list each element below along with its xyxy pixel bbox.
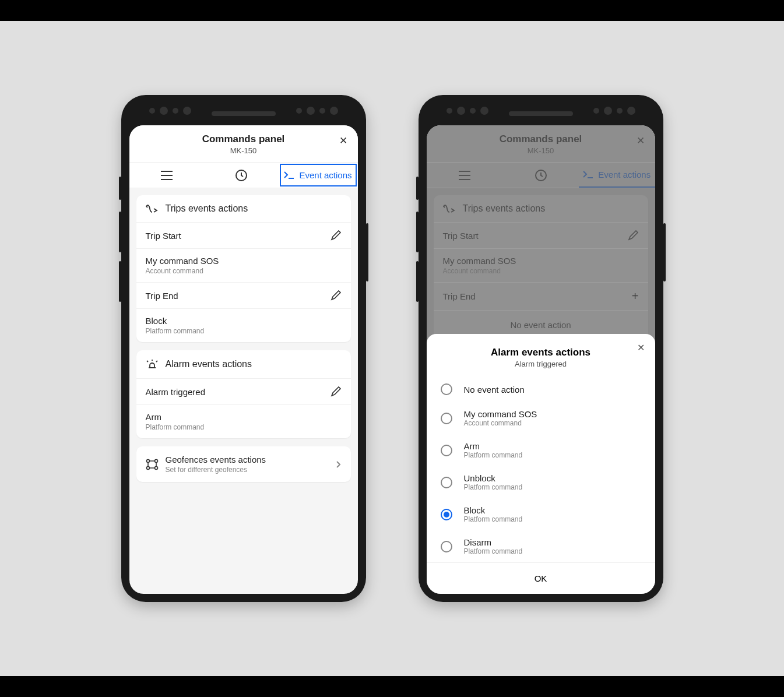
modal-close-icon[interactable]: ✕	[637, 342, 645, 353]
list-icon	[161, 171, 173, 180]
row-my-command-sos[interactable]: My command SOSAccount command	[136, 248, 351, 282]
radio-icon	[441, 509, 452, 520]
clock-icon	[235, 169, 248, 182]
card-alarm: Alarm events actions Alarm triggered Arm…	[136, 350, 351, 438]
phone-left: Commands panel MK-150 ✕ Event actions	[121, 95, 366, 602]
row-alarm-triggered[interactable]: Alarm triggered	[136, 378, 351, 404]
radio-icon	[441, 541, 452, 552]
alarm-icon	[146, 358, 159, 370]
option-label: No event action	[464, 385, 525, 395]
geofence-icon	[146, 459, 159, 470]
radio-icon	[441, 445, 452, 456]
option-sublabel: Platform command	[464, 451, 523, 459]
edit-icon[interactable]	[330, 230, 342, 241]
svg-point-3	[146, 466, 149, 469]
option-sublabel: Platform command	[464, 547, 523, 555]
option-label: Unblock	[464, 473, 523, 483]
ok-button[interactable]: OK	[427, 562, 655, 594]
option-block[interactable]: BlockPlatform command	[427, 498, 655, 530]
card-trips-title: Trips events actions	[166, 203, 248, 214]
tab-event-actions-label: Event actions	[299, 170, 351, 180]
row-trip-start[interactable]: Trip Start	[136, 222, 351, 248]
edit-icon[interactable]	[330, 290, 342, 301]
option-label: Block	[464, 505, 523, 515]
card-alarm-title: Alarm events actions	[166, 359, 252, 369]
radio-icon	[441, 413, 452, 424]
tab-list[interactable]	[129, 163, 204, 188]
card-geofences[interactable]: Geofences events actions Set for differe…	[136, 446, 351, 482]
edit-icon[interactable]	[330, 386, 342, 397]
option-sublabel: Account command	[464, 419, 537, 427]
option-my-command-sos[interactable]: My command SOSAccount command	[427, 402, 655, 434]
card-geofences-title: Geofences events actions	[166, 455, 266, 464]
radio-icon	[441, 477, 452, 488]
row-arm[interactable]: ArmPlatform command	[136, 404, 351, 438]
panel-subtitle: MK-150	[129, 146, 358, 162]
option-arm[interactable]: ArmPlatform command	[427, 434, 655, 466]
panel-title: Commands panel	[129, 125, 358, 146]
terminal-icon	[284, 171, 294, 179]
option-label: Disarm	[464, 537, 523, 547]
modal-subtitle: Alarm triggered	[427, 360, 655, 376]
close-icon[interactable]: ✕	[339, 135, 347, 147]
option-label: My command SOS	[464, 409, 537, 419]
svg-point-1	[146, 459, 149, 462]
row-block[interactable]: BlockPlatform command	[136, 308, 351, 342]
modal-title: Alarm events actions	[427, 343, 655, 360]
modal-alarm-actions: ✕ Alarm events actions Alarm triggered N…	[427, 334, 655, 594]
tab-event-actions[interactable]: Event actions	[280, 164, 357, 186]
route-icon	[146, 203, 159, 214]
option-disarm[interactable]: DisarmPlatform command	[427, 530, 655, 562]
option-sublabel: Platform command	[464, 515, 523, 523]
svg-point-4	[154, 466, 157, 469]
row-trip-end[interactable]: Trip End	[136, 282, 351, 308]
option-unblock[interactable]: UnblockPlatform command	[427, 466, 655, 498]
tab-history[interactable]	[204, 163, 279, 188]
svg-point-2	[154, 459, 157, 462]
chevron-right-icon	[336, 460, 342, 469]
radio-icon	[441, 383, 452, 395]
option-label: Arm	[464, 441, 523, 451]
option-no-event-action[interactable]: No event action	[427, 376, 655, 402]
option-sublabel: Platform command	[464, 483, 523, 491]
card-geofences-sub: Set for different geofences	[166, 466, 266, 474]
card-trips: Trips events actions Trip Start My comma…	[136, 195, 351, 342]
phone-right: Commands panel MK-150 ✕ Event actions	[419, 95, 663, 602]
